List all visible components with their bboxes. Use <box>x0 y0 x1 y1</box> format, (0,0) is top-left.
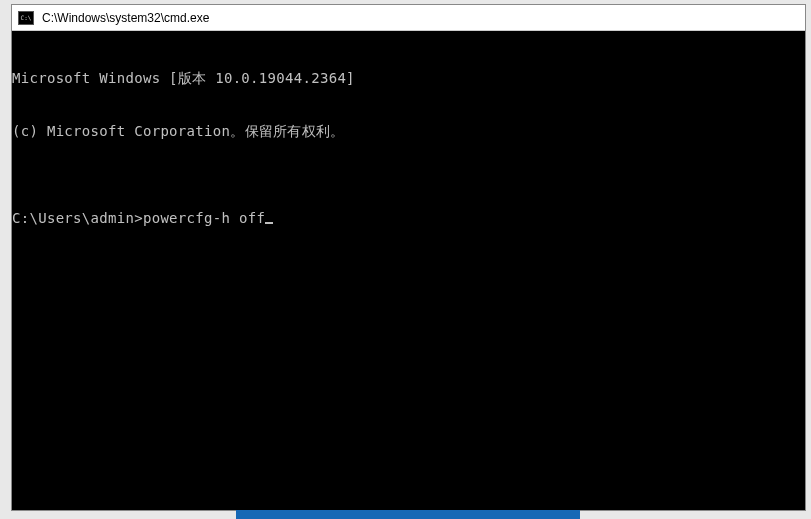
cmd-window: C:\Windows\system32\cmd.exe Microsoft Wi… <box>11 4 806 511</box>
terminal-line-version: Microsoft Windows [版本 10.0.19044.2364] <box>12 70 805 88</box>
terminal-area[interactable]: Microsoft Windows [版本 10.0.19044.2364] (… <box>12 31 805 510</box>
cmd-icon <box>18 11 34 25</box>
titlebar[interactable]: C:\Windows\system32\cmd.exe <box>12 5 805 31</box>
terminal-line-copyright: (c) Microsoft Corporation。保留所有权利。 <box>12 123 805 141</box>
terminal-prompt-line: C:\Users\admin>powercfg-h off <box>12 210 805 228</box>
terminal-command: powercfg-h off <box>143 210 265 226</box>
taskbar-fragment <box>236 510 580 519</box>
cursor-icon <box>265 222 273 224</box>
terminal-prompt: C:\Users\admin> <box>12 210 143 226</box>
titlebar-path: C:\Windows\system32\cmd.exe <box>42 11 209 25</box>
